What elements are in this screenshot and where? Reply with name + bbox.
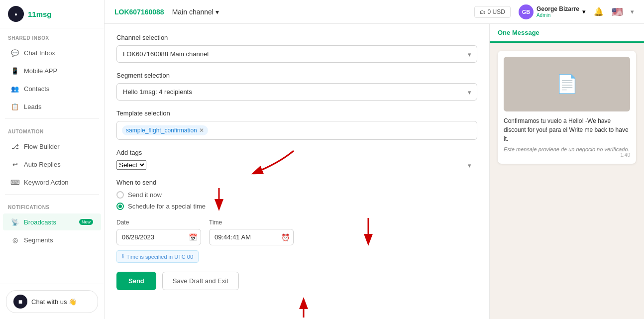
keyword-action-icon: ⌨: [11, 178, 19, 186]
content-area: Channel selection LOK607160088 Main chan…: [105, 24, 644, 319]
preview-unverified-text: Este mensaje proviene de un negocio no v…: [504, 146, 630, 152]
top-nav: LOK607160088 Main channel ▾ 🗂 0 USD GB G…: [105, 0, 644, 24]
preview-panel: One Message 📄 Confirmamos tu vuelo a Hel…: [490, 24, 644, 319]
flag-dropdown-arrow: ▾: [631, 8, 634, 15]
time-group: Time ⏰: [209, 219, 294, 245]
notification-bell-icon[interactable]: 🔔: [594, 7, 604, 16]
template-tag-area[interactable]: sample_flight_confirmation ✕: [116, 121, 477, 140]
logo-text: 11msg: [28, 10, 52, 18]
save-draft-button[interactable]: Save Draft and Exit: [162, 272, 239, 290]
segment-select[interactable]: Hello 1msg: 4 recipients: [116, 83, 477, 101]
sidebar-item-chat-inbox[interactable]: 💬 Chat Inbox: [3, 44, 101, 61]
segment-selection-label: Segment selection: [116, 72, 477, 79]
radio-send-now[interactable]: Send it now: [116, 191, 477, 199]
add-tags-label: Add tags: [116, 149, 477, 156]
segment-selection-group: Segment selection Hello 1msg: 4 recipien…: [116, 72, 477, 101]
radio-schedule[interactable]: Schedule for a special time: [116, 203, 477, 210]
shared-inbox-section-label: SHARED INBOX: [0, 28, 104, 44]
preview-image: 📄: [504, 57, 630, 111]
sidebar-item-label: Auto Replies: [24, 161, 61, 168]
preview-message: Confirmamos tu vuelo a Hello! -We have d…: [504, 116, 630, 143]
tags-select-wrapper: Select: [116, 160, 477, 170]
when-to-send-label: When to send: [116, 179, 477, 186]
channel-select[interactable]: LOK607160088 Main channel: [116, 45, 477, 63]
user-info: George Bizarre Admin: [537, 5, 579, 18]
notifications-section-label: NOTIFICATIONS: [0, 198, 104, 213]
tags-select[interactable]: Select: [116, 160, 146, 170]
radio-now-circle: [116, 191, 124, 199]
automation-section-label: AUTOMATION: [0, 122, 104, 137]
broadcasts-badge: New: [79, 219, 93, 225]
user-role: Admin: [537, 12, 579, 18]
sidebar-item-segments[interactable]: ◎ Segments: [3, 231, 101, 248]
radio-group: Send it now Schedule for a special time: [116, 191, 477, 210]
user-menu[interactable]: GB George Bizarre Admin ▾: [519, 4, 586, 19]
add-tags-group: Add tags Select: [116, 149, 477, 170]
sidebar-item-broadcasts[interactable]: 📡 Broadcasts New: [3, 213, 101, 230]
template-tag-close[interactable]: ✕: [199, 127, 204, 134]
radio-now-label: Send it now: [128, 191, 162, 199]
form-panel: Channel selection LOK607160088 Main chan…: [105, 24, 490, 319]
datetime-row: Date 📅 Time ⏰: [116, 219, 477, 245]
nav-channel-name: Main channel ▾: [172, 8, 219, 16]
date-label: Date: [116, 219, 201, 226]
user-dropdown-arrow: ▾: [582, 8, 586, 15]
balance-value: 0 USD: [488, 8, 505, 15]
sidebar-item-label: Contacts: [24, 85, 49, 93]
calendar-icon: 📅: [189, 233, 197, 241]
language-flag[interactable]: 🇺🇸: [612, 6, 623, 17]
leads-icon: 📋: [11, 103, 19, 110]
sidebar-item-label: Mobile APP: [24, 67, 57, 75]
radio-schedule-circle: [116, 203, 124, 210]
preview-time: 1:40: [504, 152, 630, 158]
sidebar-item-mobile-app[interactable]: 📱 Mobile APP: [3, 62, 101, 79]
button-row: Send Save Draft and Exit: [116, 272, 477, 290]
main-area: LOK607160088 Main channel ▾ 🗂 0 USD GB G…: [105, 0, 644, 319]
auto-replies-icon: ↩: [11, 160, 19, 168]
balance-display: 🗂 0 USD: [474, 6, 511, 18]
flow-builder-icon: ⎇: [11, 142, 19, 150]
sidebar-item-label: Chat Inbox: [24, 49, 55, 57]
sidebar-bottom: ■ Chat with us 👋: [0, 284, 104, 319]
utc-notice-text: Time is specified in UTC 00: [126, 254, 193, 260]
clock-icon: ⏰: [281, 233, 290, 241]
sidebar-item-label: Flow Builder: [24, 143, 60, 150]
preview-tab: One Message: [490, 24, 644, 43]
sidebar-item-label: Broadcasts: [24, 218, 56, 226]
sidebar-item-flow-builder[interactable]: ⎇ Flow Builder: [3, 138, 101, 155]
time-label: Time: [209, 219, 294, 226]
wallet-icon: 🗂: [480, 8, 486, 15]
sidebar-divider-1: [5, 118, 99, 119]
sidebar-item-contacts[interactable]: 👥 Contacts: [3, 80, 101, 97]
template-tag-text: sample_flight_confirmation: [126, 127, 197, 134]
logo-area: ● 11msg: [0, 0, 104, 28]
template-selection-group: Template selection sample_flight_confirm…: [116, 109, 477, 140]
contacts-icon: 👥: [11, 85, 19, 93]
nav-channel-id: LOK607160088: [114, 8, 164, 16]
sidebar-item-label: Leads: [24, 103, 41, 110]
send-button[interactable]: Send: [116, 272, 156, 290]
preview-card: 📄 Confirmamos tu vuelo a Hello! -We have…: [498, 51, 636, 164]
sidebar-item-label: Segments: [24, 236, 53, 244]
user-name: George Bizarre: [537, 5, 579, 12]
template-tag: sample_flight_confirmation ✕: [122, 125, 208, 135]
sidebar-item-auto-replies[interactable]: ↩ Auto Replies: [3, 156, 101, 173]
user-avatar: GB: [519, 4, 534, 19]
logo-icon: ●: [8, 6, 24, 22]
chat-with-us-button[interactable]: ■ Chat with us 👋: [6, 290, 98, 313]
form-panel-container: Channel selection LOK607160088 Main chan…: [105, 24, 490, 319]
broadcasts-icon: 📡: [11, 218, 19, 226]
when-to-send-group: When to send Send it now Schedule for a …: [116, 179, 477, 210]
preview-tab-label: One Message: [498, 29, 539, 36]
date-group: Date 📅: [116, 219, 201, 245]
chat-inbox-icon: 💬: [11, 49, 19, 57]
info-icon: ℹ: [122, 253, 124, 260]
segments-icon: ◎: [11, 236, 19, 244]
document-icon: 📄: [556, 74, 578, 95]
channel-select-wrapper: LOK607160088 Main channel: [116, 45, 477, 63]
sidebar-item-label: Keyword Action: [24, 179, 69, 186]
time-input-wrap: ⏰: [209, 229, 294, 245]
sidebar-item-leads[interactable]: 📋 Leads: [3, 98, 101, 115]
date-input-wrap: 📅: [116, 229, 201, 245]
sidebar-item-keyword-action[interactable]: ⌨ Keyword Action: [3, 174, 101, 191]
